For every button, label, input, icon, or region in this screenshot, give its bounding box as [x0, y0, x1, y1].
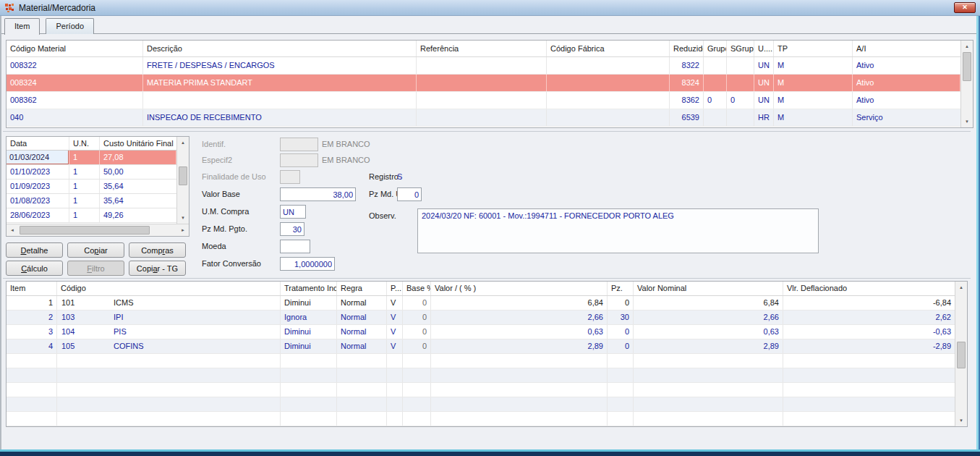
fator-conversao-field[interactable] — [280, 257, 335, 271]
material-row[interactable]: 008362 8362 0 0 UN M Ativo — [7, 92, 960, 109]
copiar-button[interactable]: Copiar — [67, 242, 124, 258]
empty-cell — [783, 354, 955, 368]
grupo-cell: 0 — [704, 92, 727, 109]
scroll-down-icon[interactable]: ▼ — [955, 415, 967, 426]
col-regra: Regra — [337, 282, 387, 295]
material-row-selected[interactable]: 008324 MATERIA PRIMA STANDART 8324 UN M … — [7, 75, 960, 92]
material-row[interactable]: 008322 FRETE / DESPESAS / ENCARGOS 8322 … — [7, 57, 960, 75]
tab-item[interactable]: Item — [4, 18, 40, 35]
cost-row-selected[interactable]: 01/03/2024 1 27,08 — [7, 151, 176, 165]
empty-cell — [608, 368, 634, 382]
scroll-left-icon[interactable]: ◄ — [7, 224, 18, 236]
valor-cell: 2,66 — [431, 311, 608, 324]
material-row[interactable]: 040 INSPECAO DE RECEBIMENTO 6539 HR M Se… — [7, 109, 960, 127]
calculo-button[interactable]: Cálculo — [6, 261, 63, 276]
scroll-track[interactable] — [961, 52, 973, 116]
reduzido-cell: 6539 — [670, 109, 704, 126]
window-border-left — [0, 16, 1, 456]
btn-text: Co — [84, 246, 94, 255]
close-icon: ✕ — [962, 4, 968, 11]
regra-cell: Normal — [337, 296, 387, 310]
col-tp: TP — [774, 41, 853, 56]
tax-row[interactable]: 1 101ICMS Diminui Normal V 0 6,84 0 6,84… — [7, 296, 955, 311]
col-codigo-fabrica: Código Fábrica — [547, 41, 670, 56]
detalhe-button[interactable]: Detalhe — [6, 242, 63, 258]
empty-cell — [57, 354, 281, 368]
tp-cell: M — [774, 109, 853, 126]
titlebar: Material/Mercadoria ✕ — [0, 0, 980, 16]
col-valor-nominal: Valor Nominal — [634, 282, 783, 295]
tax-row[interactable]: 4 105COFINS Diminui Normal V 0 2,89 0 2,… — [7, 339, 955, 354]
finalidade-uso-field — [280, 170, 300, 184]
moeda-field[interactable] — [280, 240, 310, 253]
cost-row[interactable]: 28/06/2023 1 49,26 — [7, 208, 176, 223]
costs-vertical-scrollbar[interactable]: ▲ ▼ — [176, 137, 189, 224]
tax-row[interactable]: 3 104PIS Diminui Normal V 0 0,63 0 0,63 … — [7, 325, 955, 339]
valor-base-field[interactable] — [280, 187, 356, 201]
close-button[interactable]: ✕ — [954, 2, 976, 13]
item-cell: 3 — [7, 325, 57, 339]
scroll-thumb[interactable] — [20, 226, 150, 235]
col-pz: Pz. — [608, 282, 634, 295]
tp-cell: M — [774, 92, 853, 109]
col-data: Data — [7, 137, 69, 150]
referencia-cell — [417, 57, 547, 74]
empty-cell — [403, 354, 431, 368]
descricao-cell — [143, 92, 417, 109]
pz-md-uso-field[interactable] — [397, 187, 422, 201]
empty-cell — [337, 368, 387, 382]
scroll-track[interactable] — [955, 293, 967, 415]
scroll-up-icon[interactable]: ▲ — [955, 282, 967, 293]
materials-vertical-scrollbar[interactable]: ▲ ▼ — [960, 41, 973, 127]
un-cell: 1 — [69, 151, 100, 164]
scroll-thumb[interactable] — [179, 166, 187, 185]
taxes-vertical-scrollbar[interactable]: ▲ ▼ — [955, 282, 967, 426]
col-p: P... — [387, 282, 403, 295]
scroll-track[interactable] — [18, 224, 177, 236]
empty-cell — [431, 354, 608, 368]
referencia-cell — [417, 109, 547, 126]
observ-field[interactable]: 2024/03/20 NF: 60001 - Mov.:1994711 - FO… — [417, 208, 819, 253]
pz-cell: 0 — [608, 296, 634, 310]
costs-horizontal-scrollbar[interactable]: ◄ ► — [7, 224, 189, 236]
custo-cell: 49,26 — [100, 208, 176, 222]
descricao-cell: INSPECAO DE RECEBIMENTO — [143, 109, 417, 126]
btn-text: as — [165, 246, 174, 255]
un-cell: 1 — [69, 180, 100, 193]
especif2-field — [280, 153, 318, 167]
identif-label: Identif. — [202, 140, 226, 148]
um-compra-field[interactable] — [280, 205, 306, 219]
scroll-thumb[interactable] — [957, 342, 966, 368]
empty-cell — [431, 383, 608, 397]
tax-row[interactable]: 2 103IPI Ignora Normal V 0 2,66 30 2,66 … — [7, 311, 955, 325]
identif-hint: EM BRANCO — [322, 140, 370, 148]
taxes-table: Item Código Tratamento Inc. Regra P... B… — [6, 281, 968, 427]
section-divider — [3, 278, 971, 279]
tax-name: COFINS — [114, 342, 144, 350]
base-cell: 0 — [403, 339, 431, 353]
tab-periodo[interactable]: Período — [46, 18, 94, 34]
base-cell: 0 — [403, 325, 431, 339]
scroll-up-icon[interactable]: ▲ — [177, 137, 189, 148]
scroll-track[interactable] — [177, 148, 189, 212]
scroll-down-icon[interactable]: ▼ — [177, 212, 189, 224]
cost-row[interactable]: 01/09/2023 1 35,64 — [7, 180, 176, 194]
pz-md-pgto-field[interactable] — [280, 222, 304, 236]
descricao-cell: MATERIA PRIMA STANDART — [143, 75, 417, 91]
scroll-up-icon[interactable]: ▲ — [961, 41, 973, 52]
btn-text: álculo — [27, 264, 48, 273]
copiar-tg-button[interactable]: Copiar - TG — [129, 261, 186, 276]
cost-row[interactable]: 01/10/2023 1 50,00 — [7, 165, 176, 180]
taxes-empty-row — [7, 412, 955, 426]
scroll-right-icon[interactable]: ► — [177, 224, 189, 236]
compras-button[interactable]: Compras — [129, 242, 186, 258]
p-cell: V — [387, 311, 403, 324]
material-mercadoria-window: Material/Mercadoria ✕ Item Período Códig… — [0, 0, 980, 456]
scroll-down-icon[interactable]: ▼ — [961, 116, 973, 127]
scroll-thumb[interactable] — [963, 52, 971, 81]
item-cell: 2 — [7, 311, 57, 324]
cost-row[interactable]: 01/08/2023 1 35,64 — [7, 194, 176, 208]
taxes-header-row: Item Código Tratamento Inc. Regra P... B… — [7, 282, 955, 296]
focused-cell[interactable]: 01/03/2024 — [7, 151, 69, 164]
un-cell: 1 — [69, 194, 100, 208]
